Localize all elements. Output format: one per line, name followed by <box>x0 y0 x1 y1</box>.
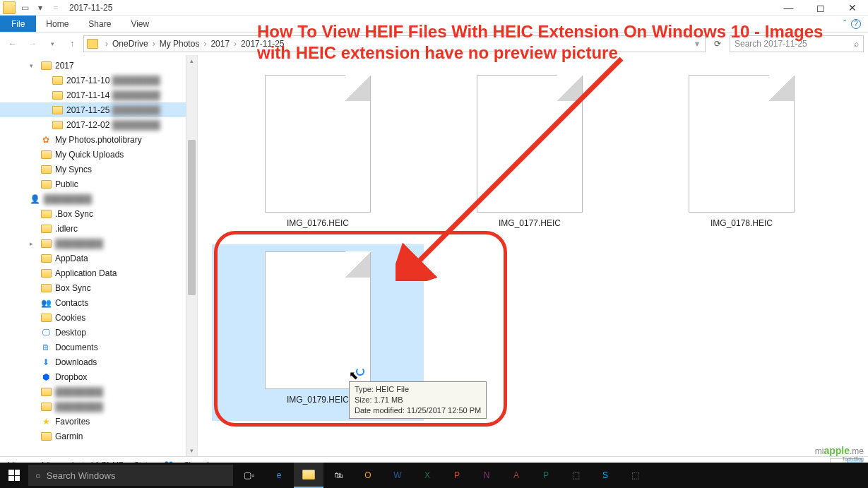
tree-item-label: Box Sync <box>55 283 91 293</box>
file-tooltip: Type: HEIC File Size: 1.71 MB Date modif… <box>349 381 487 419</box>
breadcrumb[interactable]: OneDrive <box>111 39 150 49</box>
tab-view[interactable]: View <box>121 16 159 32</box>
scroll-up-icon[interactable]: ▴ <box>186 55 197 66</box>
folder-icon <box>40 60 52 71</box>
lib-icon: ✿ <box>40 134 52 145</box>
tree-item[interactable]: Application Data <box>0 266 197 280</box>
minimize-button[interactable]: — <box>773 0 804 16</box>
tree-item-label: My Photos.photolibrary <box>55 135 142 145</box>
close-button[interactable]: ✕ <box>836 0 868 16</box>
tree-item[interactable]: .idlerc <box>0 221 197 236</box>
tree-item[interactable]: ⬢Dropbox <box>0 369 197 384</box>
tree-item-label: Favorites <box>55 417 90 427</box>
publisher-icon[interactable]: P <box>531 463 561 488</box>
contacts-icon: 👥 <box>40 297 52 309</box>
breadcrumb[interactable]: 2017 <box>209 39 231 49</box>
word-icon[interactable]: W <box>383 463 412 488</box>
chevron-icon[interactable]: ▸ <box>30 240 40 247</box>
task-view-button[interactable]: ▢▫ <box>234 463 264 488</box>
recent-locations-button[interactable]: ▾ <box>44 35 61 52</box>
tree-item[interactable]: 🖵Desktop <box>0 325 197 340</box>
watermark: miapple.me Tech.Blog <box>815 445 864 461</box>
explorer-icon[interactable] <box>294 463 323 488</box>
chevron-icon[interactable]: ▾ <box>30 62 40 69</box>
up-button[interactable]: ↑ <box>64 35 81 52</box>
outlook-icon[interactable]: O <box>353 463 383 488</box>
folder-icon <box>40 268 52 279</box>
tree-item[interactable]: ✿My Photos.photolibrary <box>0 132 197 147</box>
file-tab[interactable]: File <box>0 16 36 32</box>
file-label: IMG_0178.HEIC <box>711 218 773 228</box>
tree-item-label: ████████ <box>55 402 103 412</box>
tree-item[interactable]: ████████ <box>0 384 197 399</box>
breadcrumb[interactable]: My Photos <box>158 39 201 49</box>
tree-item-label: Cookies <box>55 313 85 323</box>
tree-item-label: Dropbox <box>55 372 87 382</box>
generic-file-icon <box>689 75 795 213</box>
ribbon-help-icon[interactable]: ˇ ? <box>836 16 868 32</box>
tree-item-label: Application Data <box>55 268 117 278</box>
store-icon[interactable]: 🛍 <box>323 463 353 488</box>
file-label: IMG_0177.HEIC <box>499 218 561 228</box>
tab-share[interactable]: Share <box>78 16 121 32</box>
tree-item[interactable]: Public <box>0 177 197 191</box>
generic-file-icon <box>477 75 583 213</box>
nav-tree[interactable]: ▾20172017-11-10 ████████2017-11-14 █████… <box>0 55 198 456</box>
tree-item[interactable]: Box Sync <box>0 280 197 295</box>
tree-item[interactable]: My Syncs <box>0 162 197 177</box>
scroll-thumb[interactable] <box>188 140 196 295</box>
new-folder-icon[interactable]: ▾ <box>34 1 47 14</box>
tree-item-label: AppData <box>55 254 88 263</box>
skype-icon[interactable]: S <box>590 463 620 488</box>
tree-item[interactable]: 2017-12-02 ████████ <box>0 117 197 132</box>
taskbar: ○ Search Windows ▢▫ e 🛍 O W X P N A P ⬚ … <box>0 463 868 488</box>
window-title: 2017-11-25 <box>65 3 773 13</box>
tree-item[interactable]: 2017-11-10 ████████ <box>0 73 197 88</box>
file-item[interactable]: IMG_0177.HEIC <box>424 68 636 244</box>
tree-item[interactable]: ▸ ████████ <box>0 236 197 251</box>
back-button[interactable]: ← <box>4 35 21 52</box>
tree-item[interactable]: 👥Contacts <box>0 295 197 310</box>
sidebar-scrollbar[interactable]: ▴ ▾ <box>186 55 197 456</box>
file-item[interactable]: IMG_0178.HEIC <box>636 68 848 244</box>
app-icon-2[interactable]: ⬚ <box>620 463 650 488</box>
start-button[interactable] <box>0 463 28 488</box>
tree-item[interactable]: Cookies <box>0 310 197 325</box>
tree-item-label: ████████ <box>55 387 103 397</box>
forward-button[interactable]: → <box>24 35 41 52</box>
tree-item[interactable]: 👤 ████████ <box>0 191 197 206</box>
tree-item-label: 2017-11-14 ████████ <box>66 90 160 100</box>
onenote-icon[interactable]: N <box>472 463 501 488</box>
tree-item[interactable]: .Box Sync <box>0 206 197 221</box>
tree-item-label: Public <box>55 179 78 189</box>
app-icon[interactable]: ⬚ <box>561 463 590 488</box>
tab-home[interactable]: Home <box>36 16 78 32</box>
tree-item[interactable]: ★Favorites <box>0 414 197 429</box>
folder-icon <box>40 238 52 249</box>
tree-item[interactable]: Garmin <box>0 429 197 444</box>
tree-item-label: Contacts <box>55 298 88 308</box>
scroll-down-icon[interactable]: ▾ <box>186 445 197 456</box>
tree-item[interactable]: 2017-11-25 ████████ <box>0 102 197 117</box>
windows-search-input[interactable]: ○ Search Windows <box>28 465 233 486</box>
tree-item[interactable]: ████████ <box>0 399 197 414</box>
tree-item[interactable]: 🗎Documents <box>0 340 197 355</box>
tree-item[interactable]: My Quick Uploads <box>0 147 197 162</box>
folder-icon <box>40 223 52 234</box>
excel-icon[interactable]: X <box>412 463 442 488</box>
properties-icon[interactable]: ▭ <box>18 1 31 14</box>
folder-icon <box>40 386 52 398</box>
cursor-icon: ⬉ <box>349 369 358 382</box>
tooltip-type: Type: HEIC File <box>355 384 481 395</box>
file-item[interactable]: IMG_0176.HEIC <box>212 68 424 244</box>
search-icon: ⌕ <box>854 39 859 49</box>
maximize-button[interactable]: ◻ <box>804 0 836 16</box>
tree-item[interactable]: AppData <box>0 251 197 266</box>
access-icon[interactable]: A <box>501 463 531 488</box>
tree-item[interactable]: ⬇Downloads <box>0 355 197 369</box>
tree-item[interactable]: 2017-11-14 ████████ <box>0 88 197 102</box>
tree-item[interactable]: ▾2017 <box>0 58 197 73</box>
powerpoint-icon[interactable]: P <box>442 463 472 488</box>
edge-icon[interactable]: e <box>264 463 294 488</box>
file-pane[interactable]: IMG_0176.HEICIMG_0177.HEICIMG_0178.HEICI… <box>198 55 868 456</box>
